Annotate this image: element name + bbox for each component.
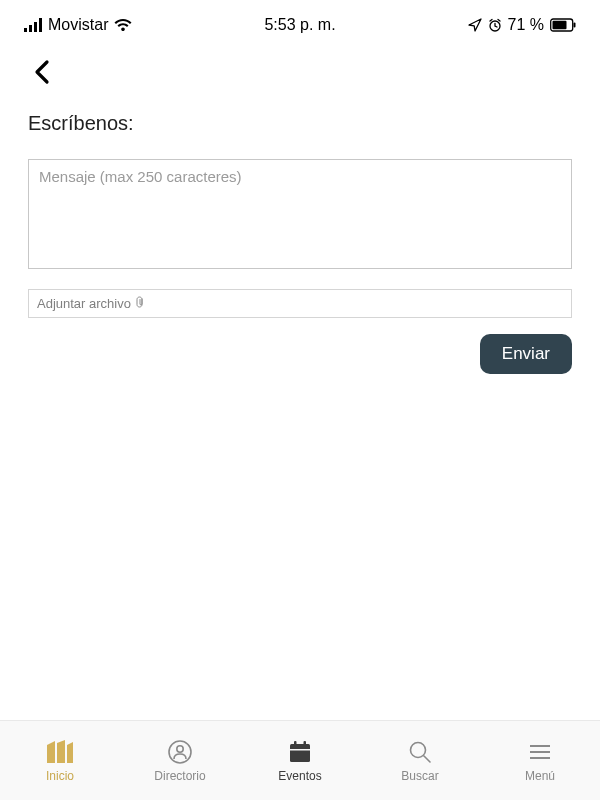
cellular-signal-icon bbox=[24, 18, 42, 32]
send-button[interactable]: Enviar bbox=[480, 334, 572, 374]
clock-label: 5:53 p. m. bbox=[264, 16, 335, 34]
alarm-icon bbox=[488, 18, 502, 32]
tab-home[interactable]: Inicio bbox=[0, 721, 120, 800]
tab-label: Eventos bbox=[278, 769, 321, 783]
svg-rect-16 bbox=[530, 751, 550, 753]
paperclip-icon bbox=[135, 296, 145, 311]
tab-events[interactable]: Eventos bbox=[240, 721, 360, 800]
main-content: Escríbenos: Adjuntar archivo Enviar bbox=[0, 92, 600, 720]
tab-menu[interactable]: Menú bbox=[480, 721, 600, 800]
status-bar: Movistar 5:53 p. m. 71 % bbox=[0, 0, 600, 40]
calendar-icon bbox=[287, 739, 313, 765]
svg-rect-2 bbox=[34, 22, 37, 32]
location-icon bbox=[468, 18, 482, 32]
svg-rect-11 bbox=[290, 749, 310, 751]
svg-rect-7 bbox=[574, 23, 576, 28]
svg-rect-13 bbox=[304, 741, 307, 746]
tab-directory[interactable]: Directorio bbox=[120, 721, 240, 800]
svg-rect-0 bbox=[24, 28, 27, 32]
tab-label: Buscar bbox=[401, 769, 438, 783]
tab-label: Directorio bbox=[154, 769, 205, 783]
tab-bar: Inicio Directorio Eventos Buscar Menú bbox=[0, 720, 600, 800]
svg-rect-6 bbox=[553, 21, 567, 29]
wifi-icon bbox=[114, 18, 132, 32]
svg-rect-10 bbox=[290, 744, 310, 762]
svg-rect-12 bbox=[294, 741, 297, 746]
svg-rect-1 bbox=[29, 25, 32, 32]
page-title: Escríbenos: bbox=[28, 112, 572, 135]
tab-label: Menú bbox=[525, 769, 555, 783]
search-icon bbox=[407, 739, 433, 765]
tab-label: Inicio bbox=[46, 769, 74, 783]
directory-icon bbox=[167, 739, 193, 765]
battery-icon bbox=[550, 18, 576, 32]
menu-icon bbox=[527, 739, 553, 765]
svg-rect-17 bbox=[530, 757, 550, 759]
svg-point-9 bbox=[177, 745, 183, 751]
chevron-left-icon bbox=[33, 59, 51, 89]
svg-rect-3 bbox=[39, 18, 42, 32]
attach-file-label: Adjuntar archivo bbox=[37, 296, 131, 311]
carrier-label: Movistar bbox=[48, 16, 108, 34]
svg-rect-15 bbox=[530, 745, 550, 747]
tab-search[interactable]: Buscar bbox=[360, 721, 480, 800]
back-button[interactable] bbox=[24, 56, 60, 92]
svg-point-14 bbox=[411, 742, 426, 757]
home-icon bbox=[45, 739, 75, 765]
attach-file-button[interactable]: Adjuntar archivo bbox=[28, 289, 572, 318]
battery-percent-label: 71 % bbox=[508, 16, 544, 34]
message-input[interactable] bbox=[28, 159, 572, 269]
